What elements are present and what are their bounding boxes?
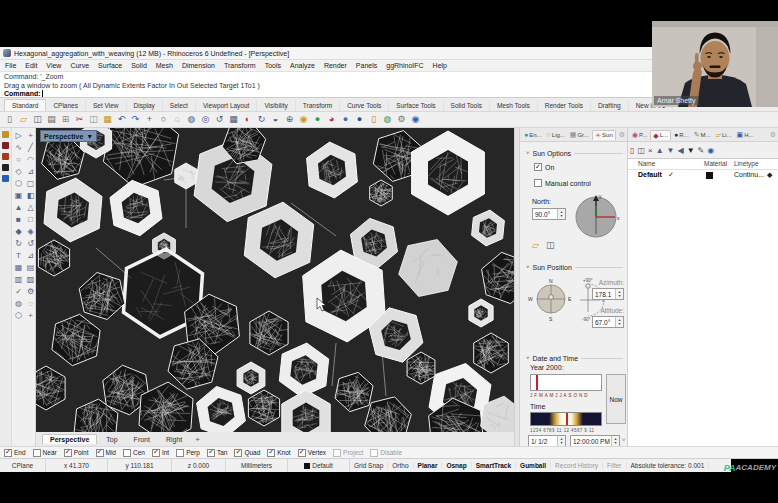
tool-icon-25[interactable]: ▨ — [25, 274, 36, 285]
tool-icon-10[interactable]: ▣ — [13, 190, 24, 201]
folder-icon[interactable] — [2, 131, 9, 138]
zoom-dynamic-icon[interactable]: ○ — [157, 113, 170, 126]
spinner-arrows-icon[interactable]: ▴▾ — [557, 436, 565, 446]
section-sun-options[interactable]: ˅Sun Options — [526, 148, 623, 158]
layers-panel-tab-h[interactable]: ▣H... — [735, 130, 756, 139]
tool-icon-3[interactable]: ╱ — [25, 142, 36, 153]
viewport-tab-front[interactable]: Front — [127, 435, 157, 444]
status-toggle-osnap[interactable]: Osnap — [442, 462, 471, 469]
osnap-knot-checkbox[interactable]: Knot — [267, 449, 290, 457]
delete-layer-icon[interactable]: × — [648, 146, 653, 156]
material-icon[interactable]: ● — [311, 113, 324, 126]
time-slider[interactable] — [530, 412, 602, 426]
layer-row-default[interactable]: Default ✓ Continu... ◆ — [628, 170, 778, 182]
world-icon[interactable]: ◍ — [381, 113, 394, 126]
toolbar-tab-select[interactable]: Select — [163, 100, 196, 111]
viewport-tab-right[interactable]: Right — [159, 435, 189, 444]
layers-panel-tab-p[interactable]: ◉P... — [630, 130, 649, 139]
menu-panels[interactable]: Panels — [356, 62, 377, 69]
red-tool-icon[interactable] — [2, 153, 9, 160]
menu-edit[interactable]: Edit — [25, 62, 37, 69]
tool-icon-20[interactable]: T — [13, 250, 24, 261]
maroon-tool-icon[interactable] — [2, 142, 9, 149]
status-toggle-smarttrack[interactable]: SmartTrack — [472, 462, 516, 469]
tool-icon-24[interactable]: ▥ — [13, 274, 24, 285]
plan-view-icon[interactable]: ▦ — [227, 113, 240, 126]
rotate-view-icon[interactable]: ↻ — [255, 113, 268, 126]
checkbox-checked-icon[interactable] — [267, 449, 275, 457]
osnap-project-checkbox[interactable]: Project — [333, 449, 363, 457]
new-viewport-tab-icon[interactable]: + — [191, 435, 204, 444]
position-compass[interactable]: N W E S — [528, 276, 574, 322]
spinner-arrows-icon[interactable]: ▴▾ — [615, 317, 623, 327]
toolbar-tab-transform[interactable]: Transform — [296, 100, 340, 111]
osnap-disable-checkbox[interactable]: Disable — [370, 449, 402, 457]
tool-icon-2[interactable]: ∿ — [13, 142, 24, 153]
toolbar-tab-display[interactable]: Display — [127, 100, 163, 111]
viewport-perspective[interactable]: Perspective ▼ — [36, 128, 514, 432]
osnap-tan-checkbox[interactable]: Tan — [207, 449, 227, 457]
osnap-end-checkbox[interactable]: End — [4, 449, 26, 457]
sun-panel-tab-gr[interactable]: ▦Gr... — [568, 130, 591, 139]
undo-icon[interactable]: ↶ — [115, 113, 128, 126]
linetype-value[interactable]: Continu... — [734, 171, 764, 178]
osnap-vertex-checkbox[interactable]: Vertex — [298, 449, 326, 457]
checkbox-icon[interactable] — [33, 449, 41, 457]
status-default[interactable]: Default — [288, 459, 350, 472]
filter-icon[interactable]: ▼ — [687, 146, 695, 156]
render-icon[interactable]: ◕ — [325, 113, 338, 126]
tool-icon-16[interactable]: ◆ — [13, 226, 24, 237]
status-cplane[interactable]: CPlane — [0, 459, 46, 472]
osnap-point-checkbox[interactable]: Point — [64, 449, 89, 457]
open-sun-settings-icon[interactable]: ▱ — [532, 240, 539, 250]
tool-icon-15[interactable]: □ — [25, 214, 36, 225]
viewport-tab-top[interactable]: Top — [99, 435, 124, 444]
checkbox-checked-icon[interactable] — [4, 449, 12, 457]
section-date-time[interactable]: ˅Date and Time — [526, 353, 623, 363]
tool-icon-31[interactable]: + — [25, 310, 36, 321]
status-toggle-record-history[interactable]: Record History — [551, 462, 603, 469]
altitude-input[interactable]: 67.0°▴▾ — [592, 316, 624, 328]
date-slider-marker[interactable] — [536, 375, 538, 390]
shaded-view-icon[interactable]: ◐ — [241, 113, 254, 126]
globe-icon[interactable] — [2, 175, 9, 182]
tool-icon-6[interactable]: ◇ — [13, 166, 24, 177]
menu-ggrhinoifc[interactable]: ggRhinoIFC — [386, 62, 423, 69]
paste-icon[interactable]: ▦ — [101, 113, 114, 126]
tool-icon-7[interactable]: ⊿ — [25, 166, 36, 177]
tool-icon-4[interactable]: ○ — [13, 154, 24, 165]
copy-clipboard-icon[interactable]: ⊞ — [59, 113, 72, 126]
section-sun-position[interactable]: ˅Sun Position — [526, 262, 623, 272]
now-button[interactable]: Now — [606, 374, 626, 424]
checkbox-checked-icon[interactable] — [96, 449, 104, 457]
sphere-icon[interactable]: ● — [353, 113, 366, 126]
tool-icon-27[interactable]: ⚙ — [25, 286, 36, 297]
open-file-icon[interactable]: ▱ — [17, 113, 30, 126]
dark-tool-icon[interactable] — [2, 164, 9, 171]
tool-icon-12[interactable]: ▲ — [13, 202, 24, 213]
tool-icon-18[interactable]: ↻ — [13, 238, 24, 249]
cut-icon[interactable]: ✂ — [73, 113, 86, 126]
render-preview-icon[interactable]: ● — [339, 113, 352, 126]
sun-panel-tab-lig[interactable]: ○Lig... — [545, 130, 567, 139]
tool-icon-14[interactable]: ■ — [13, 214, 24, 225]
redo-icon[interactable]: ↷ — [129, 113, 142, 126]
menu-transform[interactable]: Transform — [224, 62, 256, 69]
date-slider[interactable] — [530, 374, 602, 391]
menu-mesh[interactable]: Mesh — [156, 62, 173, 69]
status-toggle-planar[interactable]: Planar — [414, 462, 443, 469]
checkbox-icon[interactable] — [176, 449, 184, 457]
north-compass[interactable]: y x — [570, 190, 622, 242]
time-slider-marker[interactable] — [566, 413, 568, 425]
checkbox-checked-icon[interactable] — [298, 449, 306, 457]
panel-settings-icon[interactable]: ⚙ — [619, 131, 625, 139]
status-toggle-ortho[interactable]: Ortho — [388, 462, 413, 469]
edit-icon[interactable]: ✎ — [698, 146, 705, 156]
toolbar-tab-visibility[interactable]: Visibility — [257, 100, 295, 111]
manual-control-checkbox[interactable]: Manual control — [534, 179, 591, 187]
layers-panel-tab-r[interactable]: ●R... — [672, 130, 691, 139]
notes-icon[interactable]: ▯ — [367, 113, 380, 126]
status-toggle-filter[interactable]: Filter — [603, 462, 626, 469]
checkbox-icon[interactable] — [534, 179, 542, 187]
tool-icon-30[interactable]: ⬡ — [13, 310, 24, 321]
